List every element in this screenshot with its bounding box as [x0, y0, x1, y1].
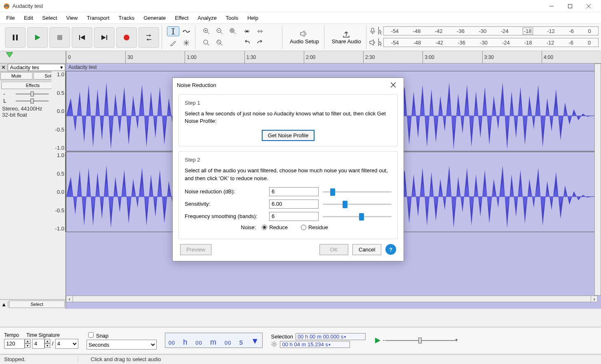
noise-reduction-slider[interactable]: [323, 188, 392, 196]
sensitivity-slider[interactable]: [323, 200, 392, 208]
noise-mode-label: Noise:: [241, 224, 256, 230]
frequency-smoothing-slider[interactable]: [323, 212, 392, 221]
sensitivity-label: Sensitivity:: [185, 201, 265, 207]
reduce-radio[interactable]: Reduce: [262, 224, 288, 230]
step2-title: Step 2: [185, 157, 392, 163]
step2-box: Step 2 Select all of the audio you want …: [178, 151, 398, 239]
clip-title: Audacity test: [68, 64, 97, 70]
help-button[interactable]: ?: [385, 244, 396, 255]
frequency-smoothing-label: Frequency smoothing (bands):: [185, 213, 265, 219]
step1-description: Select a few seconds of just noise so Au…: [185, 110, 392, 125]
get-noise-profile-button[interactable]: Get Noise Profile: [262, 130, 315, 141]
step1-title: Step 1: [185, 100, 392, 106]
modal-overlay: Noise Reduction Step 1 Select a few seco…: [0, 0, 601, 364]
dialog-title: Noise Reduction: [177, 82, 387, 88]
preview-button[interactable]: Preview: [180, 244, 211, 255]
step2-description: Select all of the audio you want filtere…: [185, 167, 392, 182]
frequency-smoothing-input[interactable]: [269, 212, 319, 221]
noise-reduction-input[interactable]: [269, 187, 319, 196]
dialog-close-button[interactable]: [387, 79, 399, 91]
step1-box: Step 1 Select a few seconds of just nois…: [178, 94, 398, 146]
sensitivity-input[interactable]: [269, 200, 319, 209]
cancel-button[interactable]: Cancel: [352, 244, 381, 255]
ok-button[interactable]: OK: [319, 244, 348, 255]
residue-radio[interactable]: Residue: [301, 224, 328, 230]
noise-reduction-dialog: Noise Reduction Step 1 Select a few seco…: [172, 77, 404, 261]
noise-reduction-label: Noise reduction (dB):: [185, 188, 265, 195]
